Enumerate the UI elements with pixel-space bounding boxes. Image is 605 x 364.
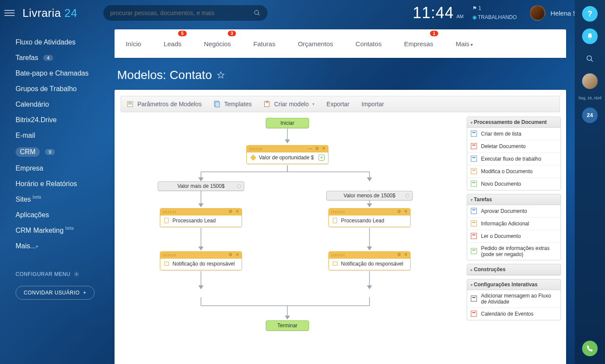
process-right[interactable]: ⚙ ✕ Processando Lead [328,208,411,227]
svg-rect-6 [128,104,132,104]
palette-item[interactable]: Executar fluxo de trabalho [467,153,560,165]
tab-faturas[interactable]: Faturas [251,37,278,51]
phone-button[interactable] [582,341,598,356]
help-button[interactable]: ? [582,6,598,22]
svg-rect-8 [215,102,220,107]
sidebar-item-1[interactable]: Tarefas4 [16,50,110,66]
sidebar-item-10[interactable]: Sitesbeta [16,192,110,207]
logo-name: Livraria [22,6,61,19]
sidebar-item-2[interactable]: Bate-papo e Chamadas [16,66,110,81]
create-model-button[interactable]: Criar modelo [264,101,314,108]
canvas-toolbar: Parâmetros de Modelos Templates Criar mo… [121,96,560,112]
palette-item[interactable]: Novo Documento [467,178,560,190]
palette-item[interactable]: Aprovar Documento [467,205,560,218]
palette-item[interactable]: Adicionar mensagem ao Fluxo de Atividade [467,290,560,308]
star-icon[interactable] [217,71,225,79]
svg-rect-44 [471,296,477,301]
notifications-button[interactable] [582,28,598,44]
svg-rect-37 [472,209,475,210]
import-button[interactable]: Importar [362,101,384,108]
tab-leads[interactable]: Leads5 [161,37,184,51]
add-branch-icon[interactable]: + [318,155,325,161]
notify-right[interactable]: ⚙ ✕ Notificação do responsável [328,251,411,270]
tab-mais[interactable]: Mais [453,37,475,51]
configure-menu[interactable]: CONFIGURAR MENU [16,271,110,277]
sidebar-item-12[interactable]: CRM Marketingbeta [16,223,110,238]
invite-user-button[interactable]: CONVIDAR USUÁRIO + [16,286,95,300]
flow-diagram: .ln{stroke:#9aa7b3;stroke-width:1.5;fill… [115,116,467,364]
svg-line-49 [591,60,593,62]
sidebar-item-11[interactable]: Aplicações [16,207,110,223]
templates-button[interactable]: Templates [214,101,252,108]
branch-left[interactable]: Valor mais de 1500$ [158,181,244,191]
tab-label: Mais [455,40,469,47]
phone-icon [586,345,593,352]
palette-item-label: Deletar Documento [481,143,525,149]
gear-icon[interactable] [236,183,242,189]
gear-icon[interactable] [404,193,411,199]
svg-rect-25 [333,262,338,266]
clock-time: 11:44 [413,4,454,22]
sidebar-item-3[interactable]: Grupos de Trabalho [16,81,110,97]
palette-group-header[interactable]: Processamento de Document [467,117,560,128]
sidebar-item-13[interactable]: Mais... [16,238,110,254]
notify-left[interactable]: ⚙ ✕ Notificação do responsável [160,251,242,270]
branch-right[interactable]: Valor menos de 1500$ [326,191,413,200]
search-box[interactable] [103,5,267,21]
process-left[interactable]: ⚙ ✕ Processando Lead [160,208,242,227]
start-node[interactable]: Iniciar [266,118,309,128]
avatar[interactable] [530,5,545,21]
tab-label: Início [126,40,141,47]
sidebar-item-0[interactable]: Fluxo de Atividades [16,35,110,50]
palette-item[interactable]: Deletar Documento [467,140,560,153]
work-status[interactable]: ⚑ 1 TRABALHANDO [472,4,517,22]
palette-group-header[interactable]: Construções [467,264,560,275]
export-button[interactable]: Exportar [327,101,350,108]
logo[interactable]: Livraria 24 [22,6,77,20]
logo-suffix: 24 [64,6,77,19]
tab-orçamentos[interactable]: Orçamentos [295,37,336,51]
palette-item[interactable]: Modifica o Documento [467,165,560,178]
palette-group-header[interactable]: Configurações Interativas [467,279,560,290]
sidebar-item-label: Fluxo de Atividades [16,38,76,46]
tab-empresas[interactable]: Empresas1 [401,37,436,51]
sidebar-item-6[interactable]: E-mail [16,128,110,143]
palette-group-header[interactable]: Tarefas [467,194,560,205]
process-left-label: Processando Lead [172,218,216,224]
end-node[interactable]: Terminar [266,320,309,331]
workflow-canvas: Parâmetros de Modelos Templates Criar mo… [115,90,566,364]
svg-rect-29 [472,145,475,146]
node-controls[interactable]: ⚙ ✕ [397,252,408,257]
sidebar-item-8[interactable]: Empresa [16,161,110,176]
node-controls[interactable]: — ⚙ ✕ [308,146,326,151]
sidebar-item-label: Aplicações [16,211,49,219]
sidebar-item-7[interactable]: CRM9 [16,143,110,161]
node-controls[interactable]: ⚙ ✕ [229,209,240,214]
tab-negócios[interactable]: Negócios3 [201,37,234,51]
sidebar-item-9[interactable]: Horário e Relatórios [16,176,110,192]
sidebar-item-4[interactable]: Calendário [16,97,110,112]
search-input[interactable] [110,9,254,16]
palette-group-tasks: Tarefas Aprovar DocumentoInformação Adic… [467,194,561,260]
menu-icon[interactable] [4,8,15,18]
palette-item[interactable]: Calendário de Eventos [467,308,560,320]
svg-rect-43 [472,250,475,250]
decision-node[interactable]: — ⚙ ✕ Valor de oportunidade $+ [246,145,328,164]
rail-avatar[interactable] [582,73,598,89]
rail-search-button[interactable] [582,51,598,66]
palette-item[interactable]: Ler o Documento [467,230,560,243]
tab-início[interactable]: Início [123,37,144,51]
node-controls[interactable]: ⚙ ✕ [397,209,408,214]
brand-button[interactable]: 24 [582,108,598,123]
sidebar-badge: 9 [45,149,54,155]
sidebar-item-label: Tarefas [16,54,38,62]
palette-item[interactable]: Criar item de lista [467,128,560,140]
palette-item-label: Aprovar Documento [481,208,527,214]
node-controls[interactable]: ⚙ ✕ [229,252,240,257]
palette-item[interactable]: Informação Adicional [467,218,560,230]
tab-contatos[interactable]: Contatos [353,37,384,51]
create-model-label: Criar modelo [274,101,309,108]
palette-item[interactable]: Pedido de informações extras (pode ser n… [467,243,560,260]
sidebar-item-5[interactable]: Bitrix24.Drive [16,112,110,128]
model-params-button[interactable]: Parâmetros de Modelos [127,101,202,108]
